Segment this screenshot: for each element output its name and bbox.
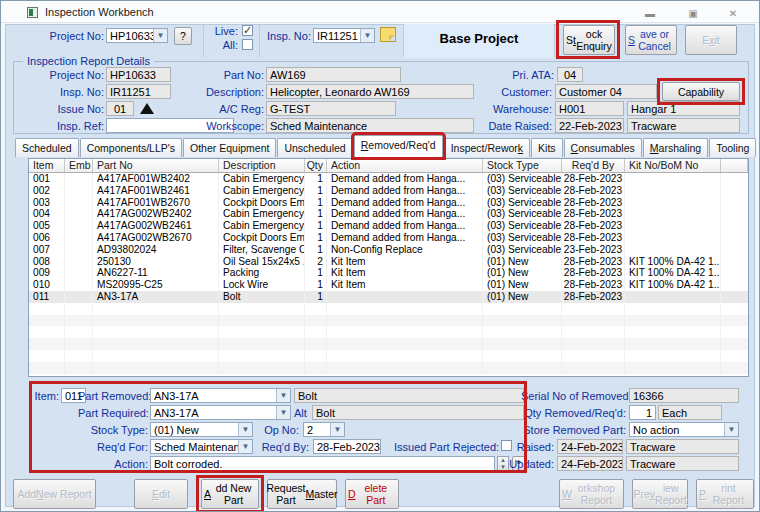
cell-stock-type: (03) Serviceable	[483, 173, 562, 185]
column-header[interactable]: Kit No/BoM No	[625, 159, 721, 172]
cell-part-no: 250130	[93, 256, 219, 268]
toolbar-separator	[203, 25, 204, 57]
column-header[interactable]: Item	[29, 159, 65, 172]
cell-emb	[65, 279, 93, 291]
issue-increment-icon[interactable]	[140, 103, 154, 114]
qty-uom-value: Each	[658, 405, 722, 420]
column-header[interactable]: Description	[219, 159, 305, 172]
table-row[interactable]: 010MS20995-C25Lock Wire1Kit Item(01) New…	[29, 279, 748, 291]
stock-enquiry-button[interactable]: Stock Enquiry	[563, 25, 615, 55]
all-checkbox[interactable]	[242, 39, 253, 50]
cell-kit-no	[625, 220, 721, 232]
column-header[interactable]: Stock Type	[483, 159, 562, 172]
delete-part-button[interactable]: Delete Part	[345, 479, 399, 509]
chevron-down-icon[interactable]: ▼	[238, 423, 252, 436]
cell-item: 011	[29, 291, 65, 303]
cell-item: 002	[29, 185, 65, 197]
request-part-master-button[interactable]: Request Part Master	[267, 479, 337, 509]
issued-part-rejected-label: Issued Part Rejected:	[394, 441, 498, 454]
cell-item: 006	[29, 232, 65, 244]
chevron-down-icon[interactable]: ▼	[276, 389, 290, 402]
chevron-down-icon[interactable]: ▼	[360, 29, 374, 42]
stock-type-combo[interactable]: (01) New▼	[150, 422, 253, 437]
column-header[interactable]: Emb	[65, 159, 93, 172]
date-raised-label: Date Raised:	[461, 120, 552, 133]
cell-action: Demand added from Hanga...	[327, 197, 483, 209]
live-checkbox[interactable]	[242, 25, 253, 36]
table-row[interactable]: 007AD93802024Filter, Scavenge Oil1Non-Co…	[29, 244, 748, 256]
column-header[interactable]: Req'd By	[562, 159, 625, 172]
action-input[interactable]: Bolt corroded.	[150, 456, 495, 471]
store-removed-part-combo[interactable]: No action▼	[629, 422, 739, 437]
table-row[interactable]: 003A417AF001WB2670Cockpit Doors Em...1De…	[29, 197, 748, 209]
cell-filler	[721, 197, 748, 209]
cell-qty: 1	[305, 244, 327, 256]
cell-filler	[721, 244, 748, 256]
cell-kit-no	[625, 173, 721, 185]
add-new-part-button[interactable]: Add New Part	[201, 479, 259, 509]
chevron-down-icon[interactable]: ▼	[153, 29, 167, 42]
part-required-label: Part Required:	[78, 407, 148, 420]
project-no-label: Project No:	[31, 30, 104, 43]
close-icon[interactable]: ✕	[724, 8, 742, 20]
chevron-down-icon[interactable]: ▼	[276, 406, 290, 419]
tab-removed-req-d[interactable]: Removed/Req'd	[354, 135, 443, 157]
column-header[interactable]: Action	[327, 159, 483, 172]
table-row[interactable]: 002A417AF001WB2461Cabin Emergency ...1De…	[29, 185, 748, 197]
tab-unscheduled[interactable]: Unscheduled	[277, 138, 352, 157]
cell-item: 009	[29, 267, 65, 279]
cell-action: Demand added from Hanga...	[327, 232, 483, 244]
tab-marshaling[interactable]: Marshaling	[643, 138, 708, 157]
project-no-combo[interactable]: HP10633▼	[106, 28, 168, 43]
column-header[interactable]: Qty	[305, 159, 327, 172]
chevron-down-icon[interactable]: ▼	[724, 423, 738, 436]
part-removed-combo[interactable]: AN3-17A▼	[150, 388, 291, 403]
cell-kit-no	[625, 232, 721, 244]
capability-button[interactable]: Capability	[662, 82, 740, 101]
empty-row	[29, 362, 748, 374]
cell-description: Cabin Emergency ...	[219, 208, 305, 220]
chevron-down-icon[interactable]: ▼	[238, 440, 252, 453]
column-header[interactable]: Part No	[93, 159, 219, 172]
qty-removed-label: Qty Removed/Req'd:	[521, 407, 626, 420]
cell-kit-no	[625, 185, 721, 197]
exit-button: Exit	[685, 25, 737, 55]
part-required-combo[interactable]: AN3-17A▼	[150, 405, 291, 420]
chevron-down-icon[interactable]: ▼	[330, 423, 344, 436]
op-no-combo[interactable]: 2▼	[303, 422, 345, 437]
help-button[interactable]: ?	[174, 27, 192, 45]
tab-inspect-rework[interactable]: Inspect/Rework	[444, 138, 530, 157]
tab-kits[interactable]: Kits	[531, 138, 563, 157]
tab-tooling[interactable]: Tooling	[709, 138, 756, 157]
insp-no-combo[interactable]: IR11251▼	[313, 28, 375, 43]
table-row[interactable]: 008250130Oil Seal 15x24x5 ...2Kit Item(0…	[29, 256, 748, 268]
tab-other-equipment[interactable]: Other Equipment	[183, 138, 276, 157]
cell-emb	[65, 208, 93, 220]
notes-icon[interactable]	[380, 27, 396, 42]
cell-kit-no	[625, 208, 721, 220]
save-or-cancel-button[interactable]: Save or Cancel	[625, 25, 677, 55]
table-row[interactable]: 009AN6227-11Packing1Kit Item(01) New28-F…	[29, 267, 748, 279]
table-row[interactable]: 005A417AG002WB2461Cabin Emergency ...1De…	[29, 220, 748, 232]
table-header-row[interactable]: ItemEmbPart NoDescriptionQtyActionStock …	[29, 159, 748, 173]
table-row[interactable]: 004A417AG002WB2402Cabin Emergency ...1De…	[29, 208, 748, 220]
restore-icon[interactable]: ▣	[684, 8, 702, 20]
pri-ata-label: Pri. ATA:	[496, 69, 554, 82]
table-row[interactable]: 001A417AF001WB2402Cabin Emergency ...1De…	[29, 173, 748, 185]
column-header[interactable]	[721, 159, 748, 172]
cell-description: Lock Wire	[219, 279, 305, 291]
minimize-icon[interactable]: ▬	[641, 8, 659, 20]
table-row[interactable]: 011AN3-17ABolt1(01) New28-Feb-2023	[29, 291, 748, 303]
cell-kit-no	[625, 244, 721, 256]
table-row[interactable]: 006A417AG002WB2670Cockpit Doors Em...1De…	[29, 232, 748, 244]
reqd-for-combo[interactable]: Sched Maintenance▼	[150, 439, 253, 454]
cell-part-no: A417AF001WB2402	[93, 173, 219, 185]
cell-emb	[65, 185, 93, 197]
reqd-by-input[interactable]: 28-Feb-2023	[313, 439, 381, 454]
cell-description: Cockpit Doors Em...	[219, 197, 305, 209]
qty-removed-input[interactable]: 1	[629, 405, 656, 420]
tab-scheduled[interactable]: Scheduled	[15, 138, 79, 157]
tab-consumables[interactable]: Consumables	[564, 138, 642, 157]
tab-components-llp-s[interactable]: Components/LLP's	[80, 138, 182, 157]
cell-action: Kit Item	[327, 256, 483, 268]
